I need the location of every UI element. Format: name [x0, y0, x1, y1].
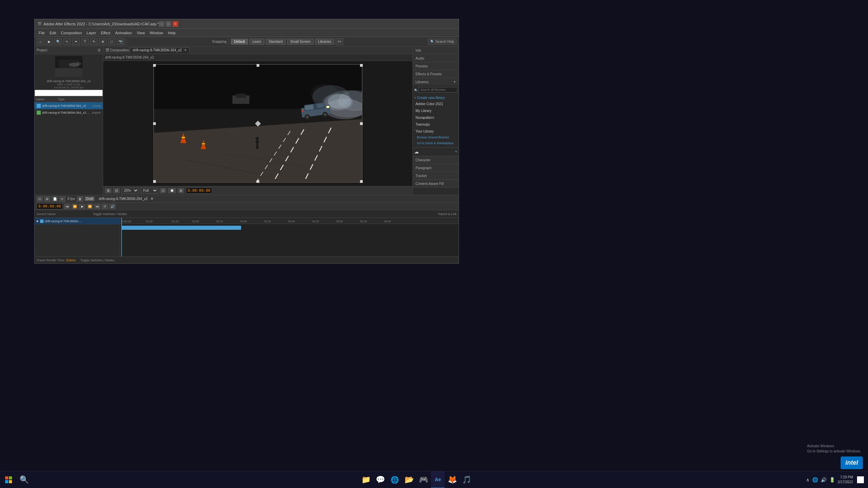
maximize-button[interactable]: □ [166, 21, 171, 27]
tracker-label[interactable]: Tracker [413, 172, 459, 179]
frame-handle-bm[interactable] [257, 180, 259, 183]
frame-handle-tl[interactable] [153, 64, 156, 67]
stock-marketplace-link[interactable]: Go to Stock & Marketplace [414, 140, 457, 146]
workspace-default[interactable]: Default [231, 39, 248, 45]
effects-presets-label[interactable]: Effects & Presets [413, 70, 459, 78]
frame-handle-rm[interactable] [360, 122, 363, 125]
taskbar-chat[interactable]: 💬 [373, 471, 387, 488]
pen-tool[interactable]: ✒ [72, 38, 80, 45]
viewer-grid-btn[interactable]: ⊟ [113, 188, 120, 193]
tl-render-q-btn[interactable]: 📄 [52, 196, 58, 202]
transport-audio[interactable]: 🔊 [109, 204, 115, 209]
menu-help[interactable]: Help [166, 30, 178, 36]
libraries-collapse-icon[interactable]: ▼ [453, 80, 456, 84]
viewer-fit-btn[interactable]: ⊡ [160, 188, 166, 193]
paragraph-label[interactable]: Paragraph [413, 164, 459, 172]
taskbar-game[interactable]: 🎮 [417, 471, 430, 488]
menu-view[interactable]: View [135, 30, 147, 36]
select-tool[interactable]: ↖ [63, 38, 71, 45]
frame-handle-tm[interactable] [257, 64, 259, 67]
add-to-library-btn[interactable]: + [455, 149, 457, 154]
frame-handle-lm[interactable] [153, 122, 156, 125]
menu-effect[interactable]: Effect [99, 30, 112, 36]
lib-novapattern[interactable]: Novapattern [414, 114, 457, 121]
frame-handle-tr[interactable] [360, 64, 363, 67]
transport-step-fwd[interactable]: ⏩ [87, 204, 93, 209]
search-help-box[interactable]: 🔍 Search Help [428, 39, 457, 45]
taskbar-ae[interactable]: Ae [431, 471, 445, 488]
tray-chevron[interactable]: ∧ [806, 477, 809, 483]
viewer-preview-btn[interactable]: ⊞ [178, 188, 184, 193]
menu-window[interactable]: Window [148, 30, 165, 36]
start-button[interactable] [0, 471, 17, 488]
menu-animation[interactable]: Animation [113, 30, 134, 36]
lib-twemojis[interactable]: Twemojis [414, 121, 457, 128]
tray-battery[interactable]: 🔋 [829, 477, 835, 483]
menu-edit[interactable]: Edit [48, 30, 58, 36]
play-tool[interactable]: ▶ [46, 38, 53, 45]
track-expand-icon[interactable]: ▶ [37, 220, 39, 223]
show-desktop-btn[interactable] [857, 476, 864, 483]
system-clock[interactable]: 7:29 PM 2/17/2022 [838, 475, 853, 485]
taskbar-folder[interactable]: 📂 [402, 471, 416, 488]
tl-preview-btn[interactable]: ⊞ [44, 196, 50, 202]
workspace-small-screen[interactable]: Small Screen [287, 39, 313, 45]
viewer-snapping-btn[interactable]: ⊞ [105, 188, 111, 193]
project-item-video[interactable]: drift-racing-8-TMK365W-264_x2.mp4 Import [35, 109, 103, 116]
transport-go-start[interactable]: ⏮ [64, 204, 70, 209]
quality-select[interactable]: Full Half [141, 188, 158, 193]
project-item-comp[interactable]: drift-racing-8-TMK365W-264_x2 Comp [35, 102, 103, 109]
menu-file[interactable]: File [37, 30, 47, 36]
text-tool[interactable]: T [81, 38, 89, 45]
taskbar-blender[interactable]: 🦊 [445, 471, 459, 488]
character-label[interactable]: Character [413, 156, 459, 164]
camera-tool[interactable]: 📷 [117, 38, 124, 45]
frame-handle-bl[interactable] [153, 180, 156, 183]
content-aware-fill-label[interactable]: Content-Aware Fill [413, 180, 459, 187]
zoom-tool[interactable]: 🔍 [54, 38, 62, 45]
comp-tab-active[interactable]: drift-racing-8-TMK365W-264_x2 ✕ [130, 47, 190, 53]
home-tool[interactable]: ⌂ [37, 38, 44, 45]
project-search-input[interactable] [35, 90, 103, 96]
menu-layer[interactable]: Layer [85, 30, 98, 36]
info-label[interactable]: Info [413, 47, 459, 54]
workspace-more[interactable]: >> [336, 38, 343, 45]
track-row-1[interactable]: ▶ drift-racing-8-TMK365W-264_x2 [35, 218, 120, 225]
transport-go-end[interactable]: ⏭ [94, 204, 100, 209]
create-new-library-btn[interactable]: + Create new library [414, 95, 457, 100]
taskbar-search[interactable]: 🔍 [17, 471, 31, 488]
taskbar-edge[interactable]: 🌐 [388, 471, 401, 488]
tray-network[interactable]: 🌐 [812, 477, 818, 483]
menu-composition[interactable]: Composition [59, 30, 84, 36]
tl-pen-btn[interactable]: ✏ [59, 196, 65, 202]
browse-shared-link[interactable]: Browse shared libraries [414, 135, 457, 140]
zoom-select[interactable]: 25% 50% 100% [122, 188, 139, 193]
lib-search-input[interactable] [419, 87, 457, 92]
tl-render-btn[interactable]: ⊡ [37, 196, 43, 202]
comp-tab-close[interactable]: ✕ [184, 49, 187, 52]
workspace-standard[interactable]: Standard [266, 39, 286, 45]
libraries-label[interactable]: Libraries ▼ [413, 78, 459, 86]
frame-handle-br[interactable] [360, 180, 363, 183]
lib-my-library[interactable]: My Library [414, 107, 457, 114]
transport-step-back[interactable]: ⏪ [72, 204, 78, 209]
timecode-box[interactable]: 0:00:00:00 [37, 203, 63, 209]
taskbar-music[interactable]: 🎵 [460, 471, 473, 488]
lib-adobe-color[interactable]: Adobe Color 2021 [414, 100, 457, 107]
workspace-learn[interactable]: Learn [249, 39, 264, 45]
shape-tool[interactable]: □ [108, 38, 115, 45]
project-menu-icon[interactable]: ☰ [98, 48, 101, 52]
lib-your-library[interactable]: Your Library [414, 128, 457, 135]
minimize-button[interactable]: − [159, 21, 164, 27]
audio-label[interactable]: Audio [413, 54, 459, 62]
timeline-playhead[interactable] [121, 218, 122, 256]
brush-tool[interactable]: ✎ [90, 38, 98, 45]
clone-tool[interactable]: ⊕ [99, 38, 107, 45]
preview-label[interactable]: Preview [413, 62, 459, 70]
taskbar-file-explorer[interactable]: 📁 [359, 471, 373, 488]
tl-trash-btn[interactable]: 🗑 [77, 196, 83, 202]
workspace-libraries[interactable]: Libraries [315, 39, 334, 45]
tl-comp-close[interactable]: ✕ [150, 197, 153, 201]
close-button[interactable]: ✕ [173, 21, 178, 27]
tray-volume[interactable]: 🔊 [821, 477, 827, 483]
